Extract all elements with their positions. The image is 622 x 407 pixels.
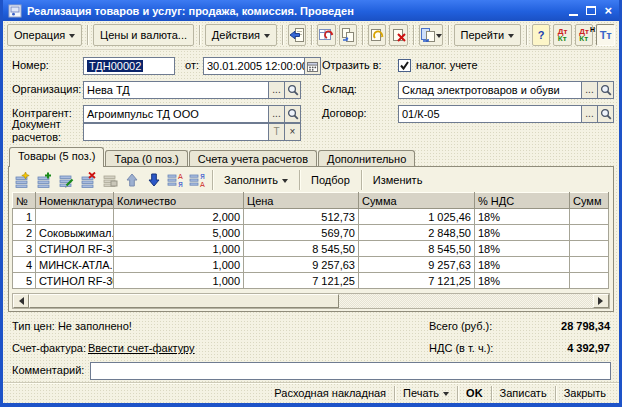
dr-cr-tax-postings-button[interactable]: НДтКт	[575, 24, 594, 46]
organization-field[interactable]: Нева ТД ...	[83, 81, 301, 99]
add-row-button[interactable]	[12, 170, 32, 190]
open-button[interactable]	[284, 82, 300, 98]
save-button[interactable]: Записать	[492, 384, 555, 402]
type-button[interactable]: Т	[268, 124, 284, 140]
goods-table: № Номенклатура Количество Цена Сумма % Н…	[12, 192, 609, 289]
enter-invoice-link[interactable]: Ввести счет-фактуру	[88, 340, 195, 357]
waybill-button[interactable]: Расходная накладная	[266, 384, 394, 402]
reread-icon	[318, 27, 334, 43]
price-type-value: Не заполнено!	[58, 320, 132, 332]
comment-field[interactable]	[90, 362, 611, 380]
dr-cr-postings-button[interactable]: ДтКт	[553, 24, 572, 46]
col-header-nomenclature[interactable]: Номенклатура	[36, 193, 114, 209]
tab-additional[interactable]: Дополнительно	[318, 150, 415, 167]
price-type-label: Тип цен:	[12, 320, 55, 332]
copy-row-button[interactable]	[34, 170, 54, 190]
previous-document-button[interactable]	[288, 24, 307, 46]
svg-text:А: А	[200, 181, 205, 188]
post-document-button[interactable]	[368, 24, 387, 46]
previous-document-icon	[289, 27, 305, 43]
dropdown-arrow-icon	[508, 34, 514, 41]
tab-containers[interactable]: Тара (0 поз.)	[105, 150, 187, 167]
edit-row-button[interactable]	[56, 170, 76, 190]
col-header-sum[interactable]: Сумма	[359, 193, 475, 209]
close-icon[interactable]: ×	[604, 5, 612, 16]
open-button[interactable]	[597, 106, 613, 122]
select-button[interactable]: ...	[268, 82, 284, 98]
counterparty-field[interactable]: Агроимпульс ТД ООО ...	[83, 105, 301, 123]
unpost-document-button[interactable]	[389, 24, 408, 46]
move-down-button[interactable]	[144, 170, 164, 190]
bottom-button-bar: Расходная накладная Печать OK Записать З…	[3, 382, 619, 403]
print-menu-button[interactable]: Печать	[395, 384, 457, 402]
col-header-vat-percent[interactable]: % НДС	[475, 193, 570, 209]
tab-goods[interactable]: Товары (5 поз.)	[9, 147, 104, 167]
settlement-doc-field[interactable]: Т ×	[83, 123, 301, 141]
grid-toolbar: АЯ ЯА Заполнить Подбор Изменить	[12, 169, 429, 191]
close-button[interactable]: Закрыть	[556, 384, 614, 402]
titlebar: Реализация товаров и услуг: продажа, ком…	[3, 0, 619, 21]
scroll-left-icon[interactable]	[13, 294, 29, 308]
tab-settlement-accounts[interactable]: Счета учета расчетов	[189, 150, 317, 167]
horizontal-scrollbar[interactable]	[12, 293, 610, 309]
date-field[interactable]: 30.01.2005 12:00:00	[203, 57, 321, 75]
dr-cr-tax-icon: НДтКт	[579, 28, 589, 42]
change-button[interactable]: Изменить	[366, 170, 430, 190]
maximize-icon[interactable]	[586, 6, 596, 15]
selected-cell[interactable]: Чайник BINAT...	[36, 209, 114, 225]
open-button[interactable]	[597, 82, 613, 98]
table-row: 4 МИНСК-АТЛА... 1,000 9 257,63 9 257,63 …	[13, 257, 609, 273]
select-button[interactable]: ...	[581, 82, 597, 98]
scrollbar-thumb[interactable]	[29, 294, 339, 308]
fill-menu-button[interactable]: Заполнить	[217, 170, 295, 190]
ellipsis-icon: ...	[585, 109, 593, 119]
dropdown-arrow-icon	[436, 34, 442, 41]
delete-row-button[interactable]	[78, 170, 98, 190]
document-structure-button[interactable]: Тт	[596, 24, 615, 46]
copy-row-icon	[36, 172, 53, 188]
total-value: 28 798,34	[490, 318, 610, 335]
comment-label: Комментарий:	[12, 362, 84, 379]
warehouse-field[interactable]: Склад электротоваров и обуви ...	[398, 81, 614, 99]
contract-field[interactable]: 01/К-05 ...	[398, 105, 614, 123]
number-label: Номер:	[12, 57, 49, 74]
sort-desc-button[interactable]: ЯА	[188, 170, 208, 190]
col-header-num[interactable]: №	[13, 193, 36, 209]
move-up-icon	[125, 172, 139, 188]
reread-document-button[interactable]	[317, 24, 336, 46]
open-button[interactable]	[284, 106, 300, 122]
scroll-right-icon[interactable]	[593, 294, 609, 308]
input-on-basis-button[interactable]	[419, 24, 443, 46]
help-button[interactable]: ?	[532, 24, 551, 46]
input-on-basis-icon	[420, 27, 436, 43]
prices-currency-button[interactable]: Цены и валюта...	[93, 24, 194, 46]
clear-button[interactable]: ×	[284, 124, 300, 140]
copy-button[interactable]	[339, 24, 358, 46]
tax-accounting-checkbox[interactable]	[398, 59, 411, 72]
move-up-button[interactable]	[122, 170, 142, 190]
ok-button[interactable]: OK	[458, 384, 491, 402]
actions-menu-button[interactable]: Действия	[205, 24, 277, 46]
settlement-doc-label: Документ расчетов:	[12, 118, 78, 144]
select-button[interactable]: ...	[581, 106, 597, 122]
table-row: 2 Соковыжимал... 5,000 569,70 2 848,50 1…	[13, 225, 609, 241]
end-edit-button[interactable]	[100, 170, 120, 190]
help-icon: ?	[538, 29, 545, 41]
type-icon: Т	[273, 127, 279, 137]
clear-icon: ×	[290, 127, 296, 137]
calendar-button[interactable]	[304, 58, 320, 74]
pick-button[interactable]: Подбор	[304, 170, 357, 190]
goto-menu-button[interactable]: Перейти	[454, 24, 522, 46]
number-field[interactable]: ТДН00002	[83, 57, 175, 75]
col-header-price[interactable]: Цена	[244, 193, 359, 209]
sort-asc-button[interactable]: АЯ	[166, 170, 186, 190]
col-header-vat-sum[interactable]: Сумм	[570, 193, 609, 209]
minimize-icon[interactable]	[569, 5, 578, 16]
unpost-document-icon	[391, 27, 407, 43]
col-header-quantity[interactable]: Количество	[114, 193, 244, 209]
window-title: Реализация товаров и услуг: продажа, ком…	[27, 5, 564, 17]
select-button[interactable]: ...	[268, 106, 284, 122]
organization-label: Организация:	[12, 81, 81, 98]
ellipsis-icon: ...	[585, 85, 593, 95]
operation-menu-button[interactable]: Операция	[7, 24, 82, 46]
